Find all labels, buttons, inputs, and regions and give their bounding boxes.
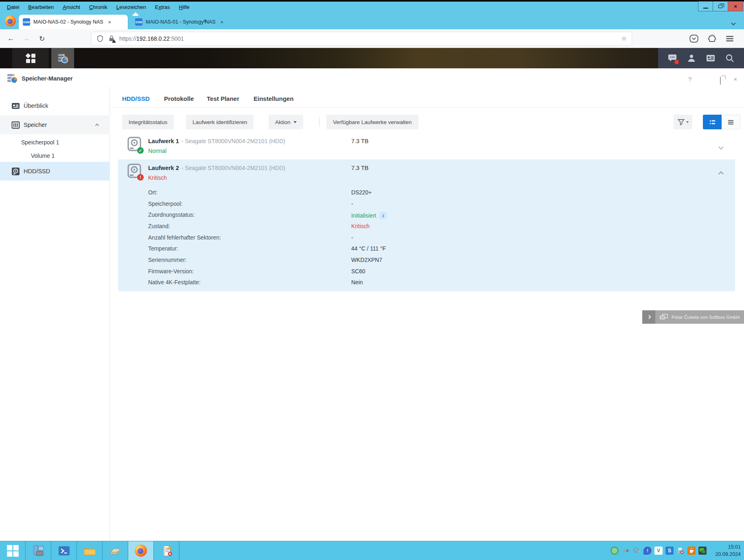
storage-columns-icon <box>11 121 20 129</box>
caret-down-icon <box>686 121 688 123</box>
menu-extras[interactable]: Extras <box>151 3 174 11</box>
forward-button[interactable]: → <box>20 33 33 45</box>
identify-drive-button[interactable]: Laufwerk identifizieren <box>186 115 254 129</box>
browser-minimize-button[interactable] <box>698 1 713 11</box>
tab-close-icon[interactable]: × <box>221 19 224 25</box>
start-button[interactable] <box>0 541 26 560</box>
dsm-main-menu-button[interactable] <box>12 48 49 68</box>
collapse-chevron-icon[interactable] <box>96 121 98 129</box>
taskbar-file-explorer-button[interactable] <box>77 541 103 560</box>
detail-value: - <box>351 235 353 241</box>
tracking-protection-shield-icon[interactable] <box>96 35 104 42</box>
taskbar-scanner-button[interactable] <box>103 541 128 560</box>
drive-name: Laufwerk 2 <box>148 165 179 171</box>
info-icon[interactable]: i <box>379 212 387 219</box>
tab-protokolle[interactable]: Protokolle <box>164 95 194 102</box>
remote-monitors-icon <box>659 314 668 321</box>
taskbar-event-log-button[interactable] <box>154 541 179 560</box>
menu-ansicht[interactable]: Ansicht <box>59 3 84 11</box>
taskbar-clock[interactable]: 15:01 20.09.2024 <box>715 543 741 558</box>
button-label: Laufwerk identifizieren <box>193 119 247 125</box>
app-help-button[interactable]: ? <box>685 76 695 83</box>
taskbar-computer-management-button[interactable] <box>26 541 51 560</box>
sidebar-sublabel: Volume 1 <box>31 153 55 159</box>
tab-test-planer[interactable]: Test Planer <box>207 95 239 102</box>
taskbar-firefox-button[interactable] <box>128 541 154 560</box>
browser-close-button[interactable]: × <box>728 1 743 11</box>
window-title: Speicher-Manager <box>22 75 73 82</box>
computer-management-icon <box>32 545 45 557</box>
extensions-puzzle-icon[interactable] <box>707 33 717 44</box>
url-bar[interactable]: https://192.168.0.22:5001 ☆ <box>92 32 632 45</box>
tray-java-update-icon[interactable] <box>687 547 696 555</box>
tray-flag-error-icon[interactable] <box>676 547 685 555</box>
manage-available-drives-button[interactable]: Verfügbare Laufwerke verwalten <box>326 115 418 129</box>
detail-value: SC60 <box>351 268 365 275</box>
filter-button[interactable] <box>674 115 692 129</box>
url-text: https://192.168.0.22:5001 <box>119 35 184 42</box>
lock-icon[interactable] <box>108 35 115 42</box>
new-tab-button[interactable]: + <box>200 17 210 26</box>
app-menu-hamburger-icon[interactable] <box>724 33 735 44</box>
tray-network-icon[interactable] <box>632 547 641 555</box>
button-label: Aktion <box>275 119 291 125</box>
lock-warning-icon <box>112 39 116 43</box>
dsm-storage-manager-task-button[interactable] <box>51 48 74 68</box>
search-icon[interactable] <box>725 53 735 63</box>
action-dropdown-button[interactable]: Aktion <box>269 115 303 129</box>
browser-restore-button[interactable] <box>713 1 728 11</box>
tab-hdd-ssd[interactable]: HDD/SSD <box>122 95 150 102</box>
taskbar-powershell-button[interactable] <box>51 541 77 560</box>
tab-maio-nas-01[interactable]: DSM MAIO-NAS-01 - Synology NAS × <box>131 15 229 29</box>
collapse-chevron-icon[interactable] <box>719 170 723 177</box>
tab-maio-nas-02[interactable]: DSM MAIO-NAS-02 - Synology NAS × <box>19 15 128 29</box>
menu-bearbeiten[interactable]: Bearbeiten <box>24 3 57 11</box>
overlay-expand-button[interactable] <box>642 310 655 324</box>
funnel-icon <box>677 118 685 126</box>
firefox-icon[interactable] <box>5 15 16 26</box>
sidebar-item-ueberblick[interactable]: Überblick <box>0 97 110 115</box>
menu-hilfe[interactable]: Hilfe <box>175 3 193 11</box>
integrity-status-button[interactable]: Integritätsstatus <box>122 115 174 129</box>
system-tray: ! V S <box>611 541 707 560</box>
detail-label: Zustand: <box>148 223 170 229</box>
powershell-icon <box>58 545 70 557</box>
sidebar-item-speicherpool-1[interactable]: Speicherpool 1 <box>0 135 110 150</box>
active-tab-caret-fill <box>133 13 138 16</box>
detail-label: Anzahl fehlerhafter Sektoren: <box>148 235 221 241</box>
drive-row-laufwerk-1[interactable]: ✓ Laufwerk 1- Seagate ST8000VN004-2M2101… <box>118 134 735 159</box>
tab-title: MAIO-NAS-02 - Synology NAS <box>33 19 103 25</box>
reload-button[interactable]: ↻ <box>36 33 48 45</box>
menu-lesezeichen[interactable]: Lesezeichen <box>113 3 150 11</box>
list-all-tabs-button[interactable] <box>732 19 735 26</box>
user-account-icon[interactable] <box>687 53 696 63</box>
tray-volume-muted-icon[interactable] <box>621 547 630 555</box>
expand-chevron-icon[interactable] <box>719 143 723 150</box>
drive-disk-icon: ✓ <box>127 137 142 154</box>
tray-teamviewer-icon[interactable] <box>698 547 707 555</box>
detail-value: Initialisierti <box>351 212 387 219</box>
back-button[interactable]: ← <box>5 33 17 45</box>
bookmark-star-icon[interactable]: ☆ <box>621 35 627 42</box>
tray-agent-icon[interactable] <box>611 547 619 555</box>
app-close-button[interactable]: × <box>730 76 741 83</box>
tab-close-icon[interactable]: × <box>108 19 112 25</box>
sidebar-item-speicher[interactable]: Speicher <box>0 115 110 134</box>
detail-value: DS220+ <box>351 190 372 196</box>
tray-antivirus-icon[interactable]: V <box>654 547 663 555</box>
menu-chronik[interactable]: Chronik <box>85 3 111 11</box>
app-restore-button[interactable] <box>715 77 726 84</box>
tab-einstellungen[interactable]: Einstellungen <box>254 95 293 102</box>
tray-support-balloon-icon[interactable]: ! <box>643 547 652 555</box>
sidebar-item-hdd-ssd[interactable]: HDD/SSD <box>0 162 110 181</box>
drive-row-laufwerk-2[interactable]: ! Laufwerk 2- Seagate ST8000VN004-2M2101… <box>118 159 735 291</box>
tray-synology-assistant-icon[interactable]: S <box>665 547 674 555</box>
menu-datei[interactable]: Datei <box>3 3 23 11</box>
pocket-icon[interactable] <box>689 33 699 44</box>
view-list-detail-button[interactable] <box>703 115 722 129</box>
sidebar-item-volume-1[interactable]: Volume 1 <box>0 149 110 163</box>
widgets-icon[interactable] <box>706 53 716 63</box>
dsm-header-icons-panel <box>658 48 744 68</box>
view-compact-list-button[interactable] <box>722 115 740 129</box>
notifications-chat-icon[interactable] <box>667 53 677 63</box>
